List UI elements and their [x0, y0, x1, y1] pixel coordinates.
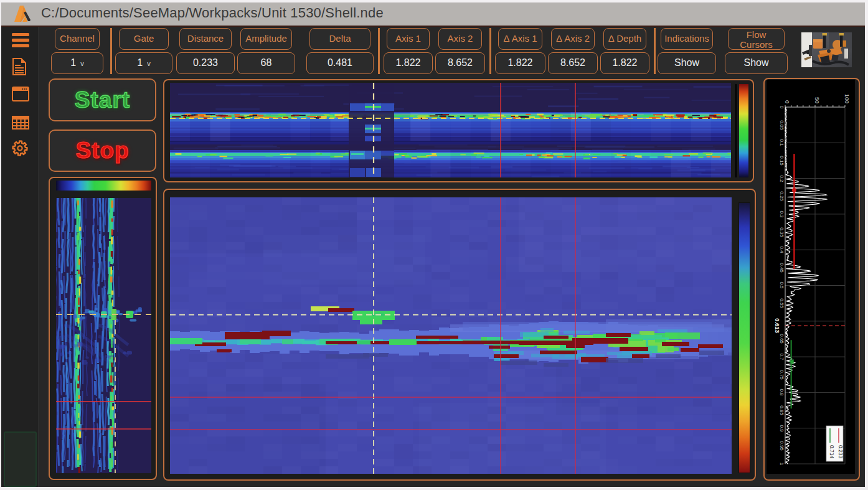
svg-text:0.35: 0.35	[779, 227, 785, 237]
svg-text:0.55: 0.55	[779, 298, 785, 308]
svg-text:0.45: 0.45	[779, 263, 785, 273]
svg-text:0.4: 0.4	[779, 246, 785, 253]
svg-text:0.75: 0.75	[779, 370, 785, 380]
svg-text:0.3: 0.3	[779, 210, 785, 218]
svg-text:0.5: 0.5	[779, 281, 785, 289]
svg-text:0: 0	[779, 106, 785, 109]
svg-text:0.7: 0.7	[779, 353, 785, 360]
svg-text:1: 1	[779, 463, 785, 466]
svg-text:100: 100	[844, 94, 850, 103]
svg-text:0.15: 0.15	[779, 156, 785, 166]
svg-text:0.65: 0.65	[779, 334, 785, 344]
svg-text:0.714: 0.714	[829, 445, 835, 459]
svg-text:0.95: 0.95	[779, 441, 785, 451]
svg-text:0: 0	[784, 100, 790, 103]
svg-text:0.233: 0.233	[837, 445, 844, 459]
svg-text:0.1: 0.1	[779, 139, 785, 146]
svg-text:0.9: 0.9	[779, 425, 785, 432]
svg-text:0.8: 0.8	[779, 389, 785, 396]
svg-text:50: 50	[814, 97, 820, 103]
svg-text:0.05: 0.05	[779, 120, 785, 130]
svg-text:0.85: 0.85	[779, 405, 785, 415]
svg-text:0.25: 0.25	[779, 191, 785, 201]
svg-text:0.613: 0.613	[774, 318, 781, 333]
svg-text:0.2: 0.2	[779, 175, 785, 182]
